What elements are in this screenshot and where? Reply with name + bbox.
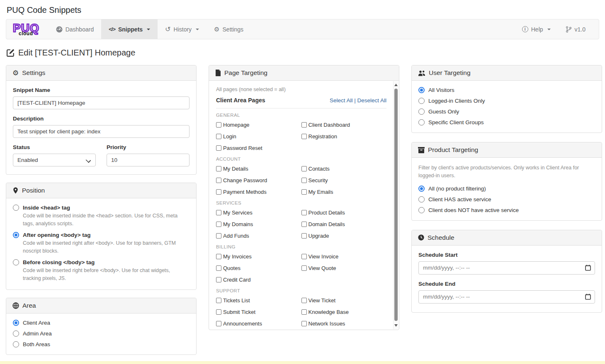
- page-checkbox-view-ticket[interactable]: View Ticket: [301, 297, 387, 304]
- radio-icon[interactable]: [13, 205, 19, 211]
- status-select[interactable]: Enabled: [13, 154, 96, 166]
- checkbox-icon[interactable]: [216, 210, 221, 215]
- page-checkbox-add-funds[interactable]: Add Funds: [216, 233, 301, 239]
- page-checkbox-registration[interactable]: Registration: [301, 133, 387, 140]
- product-radio-has-service[interactable]: Client HAS active service: [418, 196, 595, 202]
- page-checkbox-contacts[interactable]: Contacts: [301, 166, 387, 172]
- checkbox-icon[interactable]: [301, 321, 307, 326]
- calendar-icon[interactable]: [585, 294, 591, 300]
- checkbox-icon[interactable]: [216, 233, 221, 239]
- checkbox-icon[interactable]: [301, 254, 307, 259]
- checkbox-icon[interactable]: [216, 265, 221, 271]
- page-checkbox-credit-card[interactable]: Credit Card: [216, 277, 301, 283]
- page-checkbox-network-issues[interactable]: Network Issues: [301, 321, 387, 327]
- page-checkbox-my-invoices[interactable]: My Invoices: [216, 253, 301, 260]
- checkbox-icon[interactable]: [216, 178, 221, 183]
- page-checkbox-submit-ticket[interactable]: Submit Ticket: [216, 309, 301, 315]
- radio-icon[interactable]: [13, 320, 19, 326]
- checkbox-icon[interactable]: [216, 309, 221, 315]
- page-checkbox-login[interactable]: Login: [216, 133, 301, 140]
- user-radio-logged-in[interactable]: Logged-in Clients Only: [418, 98, 595, 104]
- page-checkbox-homepage[interactable]: Homepage: [216, 122, 301, 128]
- page-checkbox-quotes[interactable]: Quotes: [216, 265, 301, 271]
- page-checkbox-product-details[interactable]: Product Details: [301, 210, 387, 216]
- checkbox-icon[interactable]: [301, 309, 307, 315]
- page-checkbox-tickets-list[interactable]: Tickets List: [216, 297, 301, 304]
- page-checkbox-domain-details[interactable]: Domain Details: [301, 221, 387, 227]
- priority-field[interactable]: [107, 154, 190, 166]
- area-radio-client[interactable]: Client Area: [13, 320, 190, 326]
- checkbox-icon[interactable]: [301, 265, 307, 271]
- checkbox-icon[interactable]: [301, 222, 307, 227]
- user-radio-guests[interactable]: Guests Only: [418, 108, 595, 115]
- checkbox-icon[interactable]: [216, 189, 221, 195]
- checkbox-icon[interactable]: [301, 178, 307, 183]
- select-all-link[interactable]: Select All: [330, 97, 353, 104]
- scroll-down-arrow-icon[interactable]: [394, 324, 398, 327]
- page-checkbox-payment-methods[interactable]: Payment Methods: [216, 189, 301, 195]
- radio-icon[interactable]: [13, 330, 19, 337]
- radio-icon[interactable]: [418, 87, 425, 93]
- radio-icon[interactable]: [13, 259, 19, 265]
- calendar-icon[interactable]: [585, 265, 591, 271]
- product-radio-no-service[interactable]: Client does NOT have active service: [418, 207, 595, 213]
- nav-item-dashboard[interactable]: Dashboard: [49, 19, 102, 39]
- page-checkbox-my-details[interactable]: My Details: [216, 166, 301, 172]
- checkbox-icon[interactable]: [301, 298, 307, 303]
- area-radio-both[interactable]: Both Areas: [13, 341, 190, 347]
- page-checkbox-password-reset[interactable]: Password Reset: [216, 145, 301, 151]
- checkbox-icon[interactable]: [216, 166, 221, 171]
- radio-icon[interactable]: [418, 119, 425, 125]
- radio-icon[interactable]: [13, 232, 19, 238]
- checkbox-icon[interactable]: [216, 277, 221, 282]
- page-checkbox-announcements[interactable]: Announcements: [216, 321, 301, 327]
- checkbox-icon[interactable]: [301, 189, 307, 195]
- checkbox-icon[interactable]: [216, 134, 221, 139]
- page-checkbox-knowledge-base[interactable]: Knowledge Base: [301, 309, 387, 315]
- radio-icon[interactable]: [418, 207, 425, 213]
- scroll-up-arrow-icon[interactable]: [394, 84, 398, 86]
- page-checkbox-upgrade[interactable]: Upgrade: [301, 233, 387, 239]
- radio-icon[interactable]: [418, 98, 425, 104]
- schedule-end-field[interactable]: [418, 290, 595, 304]
- page-checkbox-view-quote[interactable]: View Quote: [301, 265, 387, 271]
- page-checkbox-my-emails[interactable]: My Emails: [301, 189, 387, 195]
- nav-item-settings[interactable]: ⚙ Settings: [207, 19, 251, 39]
- position-radio-after-body[interactable]: After opening <body> tag: [13, 232, 190, 238]
- area-radio-admin[interactable]: Admin Area: [13, 330, 190, 337]
- checkbox-icon[interactable]: [301, 134, 307, 139]
- checkbox-icon[interactable]: [216, 222, 221, 227]
- nav-item-snippets[interactable]: </> Snippets: [101, 19, 158, 39]
- description-field[interactable]: [13, 125, 190, 138]
- radio-icon[interactable]: [13, 341, 19, 347]
- page-checkbox-view-invoice[interactable]: View Invoice: [301, 253, 387, 260]
- checkbox-icon[interactable]: [216, 145, 221, 151]
- checkbox-icon[interactable]: [216, 321, 221, 326]
- scrollbar[interactable]: [393, 81, 398, 329]
- checkbox-icon[interactable]: [301, 166, 307, 171]
- schedule-start-field[interactable]: [418, 261, 595, 275]
- checkbox-icon[interactable]: [216, 254, 221, 259]
- radio-icon[interactable]: [418, 108, 425, 115]
- scrollbar-thumb[interactable]: [394, 89, 398, 321]
- product-radio-all[interactable]: All (no product filtering): [418, 186, 595, 192]
- user-radio-client-groups[interactable]: Specific Client Groups: [418, 119, 595, 125]
- checkbox-icon[interactable]: [216, 298, 221, 303]
- page-checkbox-change-password[interactable]: Change Password: [216, 177, 301, 183]
- nav-item-help[interactable]: i Help: [515, 26, 558, 33]
- position-radio-inside-head[interactable]: Inside <head> tag: [13, 205, 190, 211]
- nav-item-history[interactable]: ↺ History: [158, 19, 207, 39]
- user-radio-all-visitors[interactable]: All Visitors: [418, 87, 595, 93]
- deselect-all-link[interactable]: Deselect All: [357, 97, 386, 104]
- checkbox-icon[interactable]: [216, 122, 221, 128]
- page-checkbox-my-services[interactable]: My Services: [216, 210, 301, 216]
- page-checkbox-my-domains[interactable]: My Domains: [216, 221, 301, 227]
- position-radio-before-close[interactable]: Before closing </body> tag: [13, 259, 190, 265]
- brand-logo[interactable]: PUQ cloud: [6, 19, 49, 39]
- checkbox-icon[interactable]: [301, 233, 307, 239]
- radio-icon[interactable]: [418, 196, 425, 202]
- page-checkbox-security[interactable]: Security: [301, 177, 387, 183]
- nav-item-version[interactable]: v1.0: [558, 26, 593, 33]
- radio-icon[interactable]: [418, 186, 425, 192]
- checkbox-icon[interactable]: [301, 122, 307, 128]
